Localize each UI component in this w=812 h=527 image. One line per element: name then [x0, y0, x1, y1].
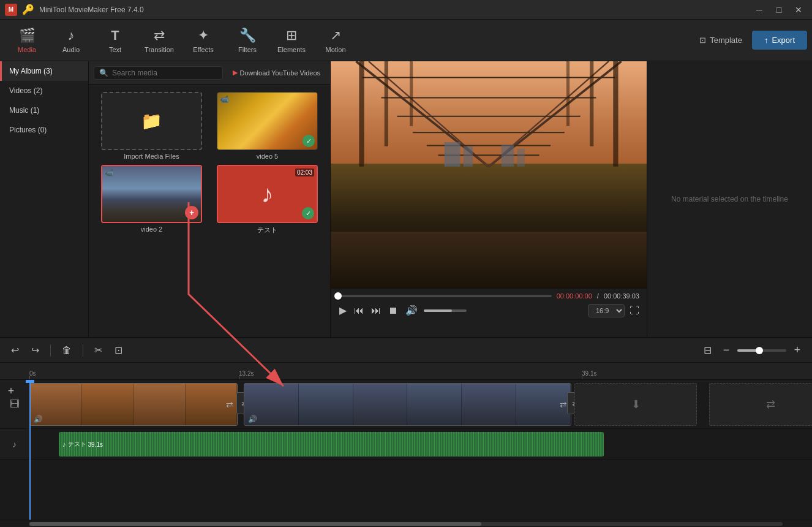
media-panel: 🔍 ▶ Download YouTube Videos 📁 Import Med… [89, 61, 331, 337]
left-sidebar: My Album (3) Videos (2) Music (1) Pictur… [0, 61, 89, 337]
video-cam-icon-2: 📹 [105, 169, 114, 177]
close-button[interactable]: ✕ [790, 4, 807, 16]
audio-clip[interactable]: ♪ テスト 39.1s [59, 432, 604, 457]
transition-icon: ⇄ [154, 28, 165, 44]
play-button[interactable]: ▶ [338, 303, 348, 317]
zoom-slider[interactable] [737, 349, 786, 352]
redo-button[interactable]: ↪ [28, 342, 43, 358]
search-input[interactable] [112, 69, 217, 77]
ruler-line-13s [239, 376, 239, 379]
svg-rect-11 [385, 61, 388, 146]
video-track: 🎞 🔊 ⇄ [0, 380, 812, 429]
import-thumb[interactable]: 📁 [101, 92, 202, 150]
export-icon: ↑ [764, 36, 769, 45]
elements-label: Elements [277, 46, 306, 53]
timeline-ruler: 0s 13.2s 39.1s [0, 363, 812, 380]
sidebar-item-music[interactable]: Music (1) [0, 100, 88, 120]
svg-rect-19 [517, 149, 524, 167]
template-label: Template [710, 36, 742, 45]
sidebar-item-pictures[interactable]: Pictures (0) [0, 120, 88, 140]
cut-button[interactable]: ✂ [91, 342, 106, 358]
sidebar-item-videos[interactable]: Videos (2) [0, 81, 88, 100]
separator-1 [50, 344, 51, 357]
playhead[interactable] [29, 380, 31, 520]
text-icon: T [111, 28, 119, 44]
right-panel: No material selected on the timeline [647, 61, 812, 337]
volume-slider[interactable] [424, 309, 467, 312]
fullscreen-button[interactable]: ⛶ [630, 305, 639, 316]
import-media-item[interactable]: 📁 Import Media Files [96, 92, 207, 160]
empty-slot-1[interactable]: ⬇ [574, 383, 697, 426]
audio-waveform [59, 432, 604, 457]
zoom-out-button[interactable]: − [719, 343, 734, 358]
app-title: MiniTool MovieMaker Free 7.4.0 [39, 6, 751, 14]
split-view-button[interactable]: ⊟ [700, 342, 715, 358]
search-box[interactable]: 🔍 [94, 66, 223, 80]
tool-effects[interactable]: ✦ Effects [181, 22, 225, 59]
ruler-line-39s [582, 376, 582, 379]
media-item-video5[interactable]: 📹 ✓ video 5 [212, 92, 323, 160]
window-controls: ─ □ ✕ [751, 4, 807, 16]
clip2-speaker-icon: 🔊 [248, 415, 257, 423]
empty-slot-2[interactable]: ⇄ [709, 383, 812, 426]
svg-rect-16 [445, 142, 461, 167]
export-button[interactable]: ↑ Export [752, 31, 807, 50]
timeline-tracks: + 🎞 🔊 ⇄ [0, 380, 812, 520]
time-separator: / [597, 292, 599, 300]
testo-label: テスト [257, 226, 277, 235]
text-label: Text [109, 46, 121, 53]
add-track-button[interactable]: + [2, 382, 20, 400]
media-item-video2[interactable]: 📹 + video 2 [96, 165, 207, 235]
clip1-frames [30, 384, 237, 425]
zoom-handle[interactable] [756, 347, 763, 354]
template-icon: ⊡ [699, 36, 706, 45]
tool-elements[interactable]: ⊞ Elements [269, 22, 314, 59]
progress-bar[interactable] [338, 295, 552, 297]
sidebar-item-my-album[interactable]: My Album (3) [0, 61, 88, 81]
video-track-content: 🔊 ⇄ ⇄ [29, 380, 812, 428]
tool-motion[interactable]: ↗ Motion [314, 22, 358, 59]
tool-audio[interactable]: ♪ Audio [49, 22, 93, 59]
testo-check-badge: ✓ [302, 207, 314, 219]
video5-label: video 5 [257, 153, 278, 160]
aspect-ratio-select[interactable]: 16:9 4:3 1:1 9:16 [588, 304, 625, 317]
undo-button[interactable]: ↩ [7, 342, 23, 358]
prev-frame-button[interactable]: ⏮ [353, 304, 365, 317]
stop-button[interactable]: ⏹ [387, 304, 399, 317]
audio-clip-label: ♪ テスト 39.1s [62, 440, 103, 449]
video5-check-badge: ✓ [303, 135, 315, 147]
volume-button[interactable]: 🔊 [404, 303, 419, 317]
tool-text[interactable]: T Text [93, 22, 137, 59]
media-item-testo[interactable]: ♪ 02:03 ✓ テスト [212, 165, 323, 235]
video5-thumb: 📹 ✓ [217, 92, 318, 150]
timeline-toolbar: ↩ ↪ 🗑 ✂ ⊡ ⊟ − + [0, 338, 812, 363]
video-clip-1[interactable]: 🔊 ⇄ [29, 383, 238, 426]
progress-handle[interactable] [334, 292, 342, 300]
video-clip-2[interactable]: 🔊 ⇄ [244, 383, 571, 426]
current-time: 00:00:00:00 [557, 292, 592, 300]
player-controls: 00:00:00:00 / 00:00:39:03 ▶ ⏮ ⏭ ⏹ 🔊 16:9… [331, 288, 647, 337]
scrollbar-track[interactable] [29, 522, 783, 526]
video2-label: video 2 [141, 226, 162, 233]
video2-add-badge[interactable]: + [185, 206, 198, 219]
audio-label: Audio [62, 46, 80, 53]
tool-media[interactable]: 🎬 Media [5, 22, 49, 59]
zoom-in-button[interactable]: + [790, 343, 805, 358]
template-button[interactable]: ⊡ Template [690, 32, 752, 48]
scrollbar-thumb[interactable] [29, 522, 481, 526]
volume-fill [424, 309, 452, 312]
tool-filters[interactable]: 🔧 Filters [225, 22, 269, 59]
export-label: Export [772, 36, 795, 45]
next-frame-button[interactable]: ⏭ [370, 304, 382, 317]
music-icon: ♪ [12, 439, 17, 449]
restore-button[interactable]: □ [770, 4, 788, 16]
main-toolbar: 🎬 Media ♪ Audio T Text ⇄ Transition ✦ Ef… [0, 20, 812, 61]
tool-transition[interactable]: ⇄ Transition [137, 22, 181, 59]
media-toolbar: 🔍 ▶ Download YouTube Videos [89, 61, 330, 85]
zoom-control: ⊟ − + [700, 342, 805, 358]
delete-button[interactable]: 🗑 [58, 343, 75, 358]
crop-button[interactable]: ⊡ [111, 342, 126, 358]
minimize-button[interactable]: ─ [751, 4, 768, 16]
key-icon: 🔑 [22, 4, 34, 15]
yt-download-button[interactable]: ▶ Download YouTube Videos [228, 66, 326, 79]
